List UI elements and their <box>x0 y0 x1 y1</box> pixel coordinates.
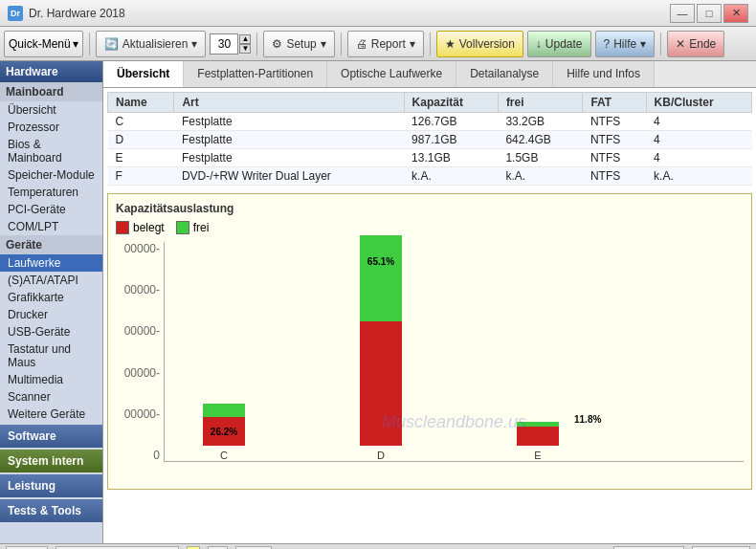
cell-art: DVD-/+RW Writer Dual Layer <box>174 167 404 186</box>
chart-body: 00000- 00000- 00000- 00000- 00000- 0 26.… <box>116 242 744 462</box>
sidebar-item-usb[interactable]: USB-Geräte <box>0 323 102 340</box>
sidebar-item-tastatur[interactable]: Tastatur und Maus <box>0 340 102 371</box>
status-bar: 18.0d Prüf-vor-Kauf-Version n HD2 28.11.… <box>0 543 756 549</box>
bar-stack-c: 26.2% <box>203 404 245 446</box>
sidebar-item-comlpt[interactable]: COM/LPT <box>0 218 102 235</box>
toolbar-separator-3 <box>341 33 342 55</box>
bar-xlabel-d: D <box>377 450 385 461</box>
cell-kapazitaet: 987.1GB <box>404 131 498 149</box>
sidebar-item-bios[interactable]: Bios & Mainboard <box>0 136 102 166</box>
dropdown-arrow-icon: ▾ <box>73 37 78 51</box>
col-fat: FAT <box>583 93 646 113</box>
cell-kbcluster: 4 <box>646 113 751 131</box>
quick-menu-label: Quick-Menü <box>9 37 71 51</box>
toolbar-separator-2 <box>256 33 257 55</box>
title-bar-left: Dr Dr. Hardware 2018 <box>8 6 125 21</box>
sidebar-item-grafikkarte[interactable]: Grafikkarte <box>0 289 102 306</box>
cell-name: C <box>108 113 174 131</box>
sidebar: Hardware Mainboard Übersicht Prozessor B… <box>0 61 103 543</box>
table-row: EFestplatte13.1GB1.5GBNTFS4 <box>108 149 752 167</box>
drives-table: Name Art Kapazität frei FAT KB/Cluster C… <box>107 92 752 186</box>
tab-bar: Übersicht Festplatten-Partitionen Optisc… <box>103 61 756 88</box>
hilfe-button[interactable]: ? Hilfe ▾ <box>595 31 656 57</box>
cell-frei: 33.2GB <box>498 113 583 131</box>
help-icon: ? <box>604 37 611 51</box>
maximize-button[interactable]: □ <box>697 4 722 23</box>
content-area: Übersicht Festplatten-Partitionen Optisc… <box>103 61 756 543</box>
status-n: n <box>208 546 228 550</box>
tab-detail[interactable]: Detailanalyse <box>456 61 553 87</box>
sidebar-item-drucker[interactable]: Drucker <box>0 306 102 323</box>
star-icon: ★ <box>445 37 456 51</box>
toolbar-separator-4 <box>430 33 431 55</box>
status-label: Prüf-vor-Kauf-Version <box>56 546 179 550</box>
toolbar-separator-5 <box>660 33 661 55</box>
cell-kbcluster: 4 <box>646 149 751 167</box>
refresh-num-control: ▲ ▼ <box>210 33 251 55</box>
sidebar-item-scanner[interactable]: Scanner <box>0 388 102 406</box>
aktualisieren-button[interactable]: 🔄 Aktualisieren ▾ <box>96 31 207 57</box>
tab-optische[interactable]: Optische Laufwerke <box>327 61 456 87</box>
bar-free-d: 65.1% <box>360 235 402 321</box>
bar-free-c <box>203 404 245 417</box>
sidebar-item-pci[interactable]: PCI-Geräte <box>0 201 102 218</box>
bar-group-c: 26.2% C <box>203 404 245 461</box>
app-title: Dr. Hardware 2018 <box>29 7 125 20</box>
sidebar-hardware-header[interactable]: Hardware <box>0 61 102 82</box>
sidebar-software-header[interactable]: Software <box>0 425 102 448</box>
setup-button[interactable]: ⚙ Setup ▾ <box>263 31 334 57</box>
sidebar-item-multimedia[interactable]: Multimedia <box>0 371 102 388</box>
report-button[interactable]: 🖨 Report ▾ <box>347 31 424 57</box>
refresh-number-input[interactable] <box>210 33 238 55</box>
cell-fat: NTFS <box>583 113 646 131</box>
sidebar-item-sata[interactable]: (S)ATA/ATAPI <box>0 272 102 289</box>
sidebar-leistung-header[interactable]: Leistung <box>0 474 102 497</box>
chart-legend: belegt frei <box>116 221 744 234</box>
close-button[interactable]: ✕ <box>723 4 748 23</box>
spin-down-button[interactable]: ▼ <box>239 44 251 54</box>
sidebar-item-uebersicht[interactable]: Übersicht <box>0 101 102 119</box>
sidebar-system-header[interactable]: System intern <box>0 450 102 472</box>
toolbar-separator-1 <box>89 33 90 55</box>
tab-festplatten[interactable]: Festplatten-Partitionen <box>184 61 327 87</box>
hilfe-chevron-icon: ▾ <box>640 37 646 51</box>
bar-label-d: 65.1% <box>367 256 394 267</box>
sidebar-geraete-group: Geräte <box>0 235 102 254</box>
sidebar-item-laufwerke[interactable]: Laufwerke <box>0 254 102 272</box>
cell-kbcluster: k.A. <box>646 167 751 186</box>
table-row: FDVD-/+RW Writer Dual Layerk.A.k.A.NTFSk… <box>108 167 752 186</box>
title-bar: Dr Dr. Hardware 2018 — □ ✕ <box>0 0 756 27</box>
sidebar-item-weitere[interactable]: Weitere Geräte <box>0 406 102 423</box>
sidebar-item-speicher[interactable]: Speicher-Module <box>0 166 102 184</box>
cell-art: Festplatte <box>174 131 404 149</box>
chart-bars: 26.2% C 65.1% <box>164 242 744 462</box>
quick-menu-dropdown[interactable]: Quick-Menü ▾ <box>4 31 83 57</box>
bar-xlabel-c: C <box>220 450 228 461</box>
window-controls: — □ ✕ <box>670 4 748 23</box>
col-name: Name <box>108 93 174 113</box>
table-row: CFestplatte126.7GB33.2GBNTFS4 <box>108 113 752 131</box>
tab-uebersicht[interactable]: Übersicht <box>103 61 184 87</box>
sidebar-tests-header[interactable]: Tests & Tools <box>0 499 102 522</box>
cell-fat: NTFS <box>583 131 646 149</box>
sidebar-item-temperaturen[interactable]: Temperaturen <box>0 184 102 201</box>
report-chevron-icon: ▾ <box>410 37 415 51</box>
cell-art: Festplatte <box>174 113 404 131</box>
cell-name: F <box>108 167 174 186</box>
cell-fat: NTFS <box>583 149 646 167</box>
status-date: 28.11.2017 <box>613 546 684 550</box>
spin-up-button[interactable]: ▲ <box>239 34 251 44</box>
update-button[interactable]: ↓ Update <box>527 31 591 57</box>
sidebar-item-prozessor[interactable]: Prozessor <box>0 119 102 136</box>
tab-hilfe[interactable]: Hilfe und Infos <box>553 61 655 87</box>
close-x-icon: ✕ <box>676 37 685 51</box>
toolbar: Quick-Menü ▾ 🔄 Aktualisieren ▾ ▲ ▼ ⚙ Set… <box>0 27 756 61</box>
legend-free-label: frei <box>193 221 210 234</box>
vollversion-button[interactable]: ★ Vollversion <box>436 31 523 57</box>
minimize-button[interactable]: — <box>670 4 695 23</box>
col-art: Art <box>174 93 404 113</box>
update-icon: ↓ <box>536 37 542 51</box>
spin-control: ▲ ▼ <box>239 34 251 54</box>
cell-kapazitaet: 126.7GB <box>404 113 498 131</box>
ende-button[interactable]: ✕ Ende <box>667 31 724 57</box>
